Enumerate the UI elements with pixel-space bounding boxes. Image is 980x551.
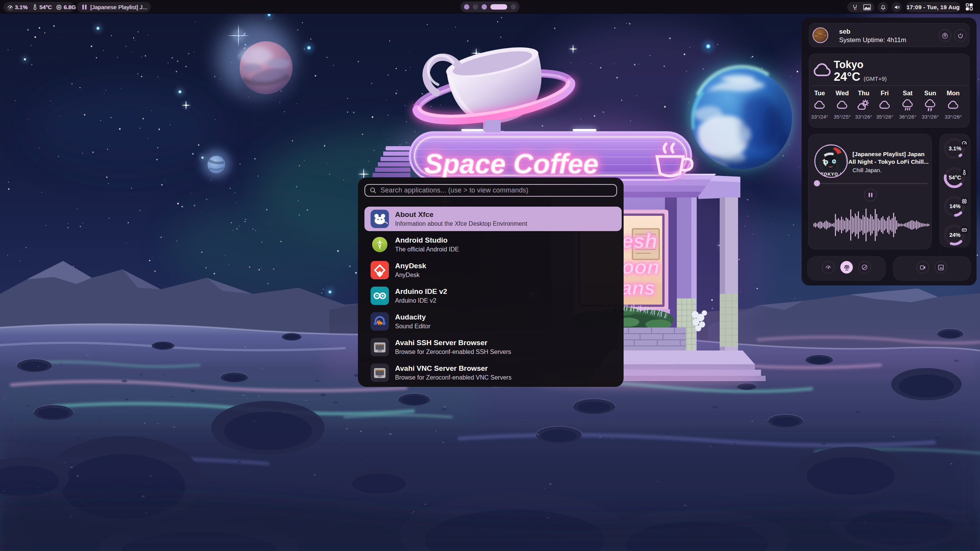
svg-text:Space Coffee: Space Coffee (425, 148, 599, 179)
svg-text:ans: ans (621, 277, 655, 299)
svg-text:C: C (854, 6, 857, 10)
svg-text:esh: esh (622, 229, 657, 252)
svg-text:oon: oon (622, 255, 660, 278)
